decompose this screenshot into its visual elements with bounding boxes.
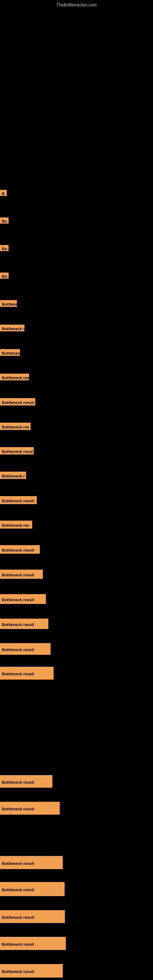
bottleneck-early-label: Bottlenec xyxy=(0,349,20,356)
bottleneck-early-label: Bottleneck result xyxy=(0,545,40,554)
bottleneck-result-label: Bottleneck result xyxy=(0,667,54,679)
bottleneck-early-label: Bottleneck res xyxy=(0,423,30,430)
bottleneck-early-label: Bottleneck r xyxy=(0,325,24,331)
bottleneck-early-label: Bo xyxy=(0,272,9,279)
bottleneck-early-label: Bottleneck resul xyxy=(0,447,33,455)
site-title: TheBottlenecker.com xyxy=(0,0,153,9)
bottleneck-result-label: Bottleneck result xyxy=(0,882,65,896)
bottleneck-early-label: Bo xyxy=(0,218,9,224)
bottleneck-result-label: Bottleneck result xyxy=(0,775,52,788)
bottleneck-result-label: Bottleneck result xyxy=(0,802,60,815)
bottleneck-result-label: Bottleneck result xyxy=(0,964,63,978)
bottleneck-result-label: Bottleneck result xyxy=(0,856,63,869)
bottleneck-early-label: Bottleneck res xyxy=(0,520,32,528)
bottleneck-early-label: Bottleneck result xyxy=(0,643,51,655)
bottleneck-early-label: Bottlene xyxy=(0,300,17,307)
bottleneck-early-label: B xyxy=(0,190,7,196)
bottleneck-result-label: Bottleneck result xyxy=(0,910,65,923)
bottleneck-early-label: Bottleneck result xyxy=(0,619,48,629)
bottleneck-early-label: Bottleneck res xyxy=(0,374,29,380)
bottleneck-early-label: Bottleneck r xyxy=(0,472,26,479)
bottleneck-early-label: Bottleneck result xyxy=(0,570,43,579)
bottleneck-early-label: Bottleneck result xyxy=(0,496,37,504)
bottleneck-result-label: Bottleneck result xyxy=(0,937,66,950)
bottleneck-early-label: Bottleneck result xyxy=(0,594,46,604)
bottleneck-early-label: Bo xyxy=(0,245,9,251)
bottleneck-early-label: Bottleneck result xyxy=(0,398,35,406)
